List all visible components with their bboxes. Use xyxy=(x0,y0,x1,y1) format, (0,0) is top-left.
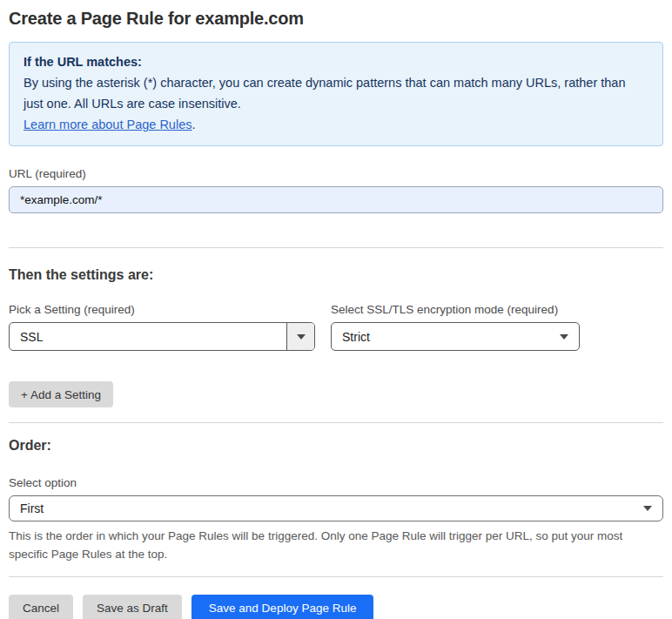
info-box-body: By using the asterisk (*) character, you… xyxy=(24,72,648,114)
info-box-link-line: Learn more about Page Rules. xyxy=(24,114,648,135)
setting-picker-group: Pick a Setting (required) SSL xyxy=(9,303,315,351)
ssl-mode-group: Select SSL/TLS encryption mode (required… xyxy=(331,303,580,351)
setting-picker-label: Pick a Setting (required) xyxy=(9,303,315,316)
ssl-mode-label: Select SSL/TLS encryption mode (required… xyxy=(331,303,580,316)
save-deploy-button[interactable]: Save and Deploy Page Rule xyxy=(192,595,374,619)
settings-row: Pick a Setting (required) SSL Select SSL… xyxy=(9,303,663,351)
settings-section-heading: Then the settings are: xyxy=(9,267,663,283)
add-setting-button[interactable]: + Add a Setting xyxy=(9,381,113,407)
setting-picker-select[interactable]: SSL xyxy=(9,322,315,351)
ssl-mode-value: Strict xyxy=(342,330,370,344)
create-page-rule-form: Create a Page Rule for example.com If th… xyxy=(0,0,672,619)
order-help-text: This is the order in which your Page Rul… xyxy=(9,527,646,563)
page-title: Create a Page Rule for example.com xyxy=(9,7,663,30)
chevron-down-icon xyxy=(643,506,652,511)
section-divider xyxy=(9,247,663,248)
section-divider xyxy=(9,422,663,423)
order-select[interactable]: First xyxy=(9,495,663,521)
ssl-mode-select[interactable]: Strict xyxy=(331,322,580,351)
chevron-down-icon xyxy=(560,334,568,340)
section-divider xyxy=(9,576,663,577)
url-input[interactable] xyxy=(9,186,663,213)
order-section-heading: Order: xyxy=(9,438,663,454)
order-select-label: Select option xyxy=(9,476,663,489)
order-select-value: First xyxy=(20,501,44,515)
save-draft-button[interactable]: Save as Draft xyxy=(83,595,182,619)
info-box-heading: If the URL matches: xyxy=(24,51,648,72)
setting-picker-value: SSL xyxy=(20,330,43,344)
url-match-info-box: If the URL matches: By using the asteris… xyxy=(9,42,663,146)
learn-more-link[interactable]: Learn more about Page Rules xyxy=(24,118,192,131)
cancel-button[interactable]: Cancel xyxy=(9,595,73,619)
link-suffix-text: . xyxy=(192,118,195,131)
form-actions: Cancel Save as Draft Save and Deploy Pag… xyxy=(9,595,663,619)
url-field-label: URL (required) xyxy=(9,167,663,180)
chevron-down-icon xyxy=(286,323,314,350)
